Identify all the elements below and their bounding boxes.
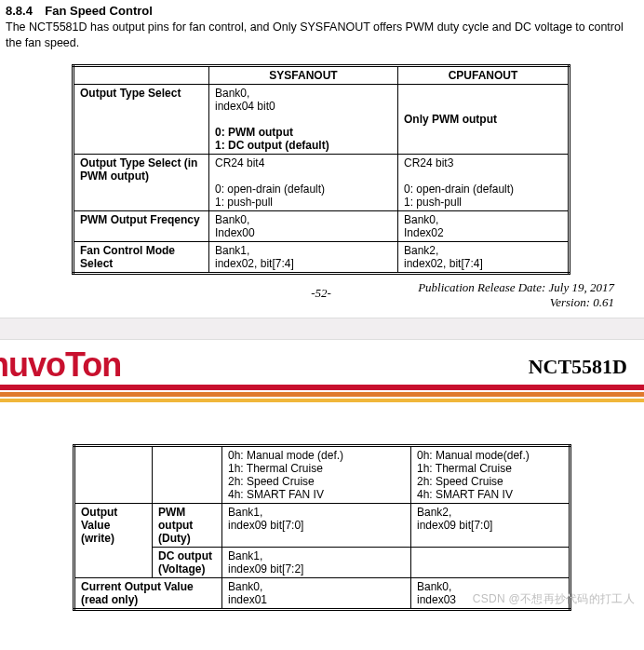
table-header-row: SYSFANOUT CPUFANOUT — [74, 65, 570, 84]
pub-version: Version: 0.61 — [418, 295, 614, 310]
cell-line: 1h: Thermal Cruise — [417, 462, 512, 475]
page-header: nuvoTon NCT5581D — [0, 340, 644, 407]
row-label: Output Value (write) — [74, 503, 153, 577]
cell: CR24 bit3 0: open-drain (default) 1: pus… — [398, 154, 570, 210]
row-sublabel: DC output (Voltage) — [153, 547, 222, 577]
cell-line: Index02 — [404, 226, 444, 239]
stripe-yellow — [0, 399, 644, 402]
cell-line: Only PWM output — [404, 113, 497, 126]
row-sublabel: PWM output (Duty) — [153, 503, 222, 547]
section-number: 8.8.4 — [6, 4, 33, 18]
cell-line: 4h: SMART FAN IV — [228, 488, 324, 501]
cell: CR24 bit4 0: open-drain (default) 1: pus… — [209, 154, 398, 210]
cell-line: 0h: Manual mode(def.) — [417, 449, 530, 462]
table-row: Output Value (write) PWM output (Duty) B… — [74, 503, 570, 547]
stripe-red — [0, 385, 644, 390]
cell: Bank0, index04 bit0 0: PWM output 1: DC … — [209, 84, 398, 154]
cell: Bank2, index02, bit[7:4] — [398, 241, 570, 273]
cell-line: index04 bit0 — [215, 100, 275, 113]
cell-line: Bank0, — [215, 87, 249, 100]
cell-line: 2h: Speed Cruise — [228, 475, 315, 488]
cell: Bank1, index09 bit[7:2] — [222, 547, 411, 577]
row-label: Output Type Select — [74, 84, 209, 154]
cell-line: Bank2, — [417, 506, 451, 519]
cell: Bank0, Index00 — [209, 210, 398, 241]
cell-line: 4h: SMART FAN IV — [417, 488, 513, 501]
cell-line: index02, bit[7:4] — [404, 257, 483, 270]
cell: Bank1, index02, bit[7:4] — [209, 241, 398, 273]
nuvoton-logo: nuvoTon — [0, 345, 121, 385]
section-title: Fan Speed Control — [45, 4, 153, 18]
cell-line: Bank1, — [228, 549, 262, 562]
fan-table-2: 0h: Manual mode (def.) 1h: Thermal Cruis… — [73, 444, 571, 611]
pub-date: Publication Release Date: July 19, 2017 — [418, 280, 614, 295]
cell-empty — [74, 445, 153, 503]
cell: Only PWM output — [398, 84, 570, 154]
header-stripes — [0, 385, 644, 402]
table-row: 0h: Manual mode (def.) 1h: Thermal Cruis… — [74, 445, 570, 503]
cell-line: 0h: Manual mode (def.) — [228, 449, 343, 462]
cell-line: Index00 — [215, 226, 255, 239]
watermark: CSDN @不想再抄代码的打工人 — [473, 591, 635, 607]
cell-line: Bank0, — [215, 213, 249, 226]
page-footer: -52- Publication Release Date: July 19, … — [6, 280, 637, 310]
cell-line: 0: PWM output — [215, 126, 293, 139]
fan-table-1: SYSFANOUT CPUFANOUT Output Type Select B… — [72, 64, 570, 275]
row-label: PWM Output Freqency — [74, 210, 209, 241]
cell-line: CR24 bit3 — [404, 156, 453, 169]
cell-line: Bank1, — [228, 506, 262, 519]
col-empty — [74, 65, 209, 84]
cell-line: index09 bit[7:0] — [228, 519, 303, 532]
publication-info: Publication Release Date: July 19, 2017 … — [418, 280, 614, 311]
stripe-orange — [0, 392, 644, 397]
cell-line: Bank1, — [215, 244, 249, 257]
table-row: Output Type Select (in PWM output) CR24 … — [74, 154, 570, 210]
cell: 0h: Manual mode(def.) 1h: Thermal Cruise… — [411, 445, 570, 503]
cell-line: Bank0, — [404, 213, 438, 226]
section-body: The NCT5581D has output pins for fan con… — [6, 20, 637, 51]
cell-line: Bank2, — [404, 244, 438, 257]
cell-line: 1: push-pull — [215, 196, 273, 209]
section-heading: 8.8.4 Fan Speed Control — [6, 4, 637, 18]
cell-line: index01 — [228, 593, 267, 606]
cell-line: CR24 bit4 — [215, 156, 264, 169]
row-label: Current Output Value (read only) — [74, 577, 222, 609]
logo-text: nuvoTon — [0, 345, 121, 384]
cell-line: 1h: Thermal Cruise — [228, 462, 323, 475]
cell-empty — [411, 547, 570, 577]
cell: Bank1, index09 bit[7:0] — [222, 503, 411, 547]
cell-line: 1: push-pull — [404, 196, 462, 209]
col-sysfanout: SYSFANOUT — [209, 65, 398, 84]
col-cpufanout: CPUFANOUT — [398, 65, 570, 84]
cell: Bank0, Index02 — [398, 210, 570, 241]
cell: 0h: Manual mode (def.) 1h: Thermal Cruis… — [222, 445, 411, 503]
cell-line: index09 bit[7:0] — [417, 519, 492, 532]
table-row: Output Type Select Bank0, index04 bit0 0… — [74, 84, 570, 154]
cell: Bank2, index09 bit[7:0] — [411, 503, 570, 547]
table-row: Fan Control Mode Select Bank1, index02, … — [74, 241, 570, 273]
row-label: Fan Control Mode Select — [74, 241, 209, 273]
page-break — [0, 318, 644, 340]
chip-name: NCT5581D — [529, 355, 627, 379]
cell-line: 0: open-drain (default) — [215, 183, 325, 196]
cell-line: index02, bit[7:4] — [215, 257, 294, 270]
cell-line: 1: DC output (default) — [215, 139, 329, 152]
cell-line: Bank0, — [417, 580, 451, 593]
table-row: PWM Output Freqency Bank0, Index00 Bank0… — [74, 210, 570, 241]
cell: Bank0, index01 — [222, 577, 411, 609]
cell-line: index03 — [417, 593, 456, 606]
cell-line: 2h: Speed Cruise — [417, 475, 503, 488]
cell-line: Bank0, — [228, 580, 262, 593]
row-label: Output Type Select (in PWM output) — [74, 154, 209, 210]
cell-empty — [153, 445, 222, 503]
cell-line: index09 bit[7:2] — [228, 562, 303, 576]
cell-line: 0: open-drain (default) — [404, 183, 514, 196]
